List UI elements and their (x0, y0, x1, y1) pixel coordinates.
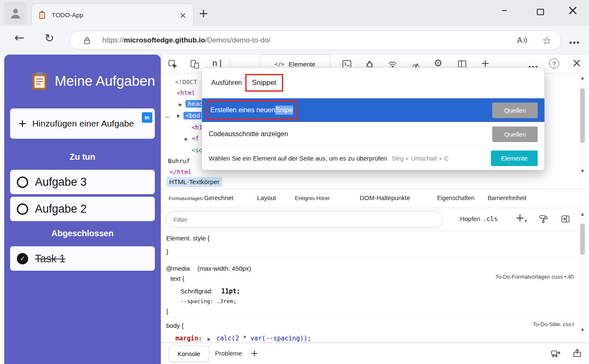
inspect-element-icon[interactable] (168, 59, 178, 69)
page-favicon-icon (38, 11, 46, 19)
drawer-tab-console[interactable]: Konsole (169, 346, 209, 362)
hover-pseudo-toggle[interactable]: :Hopfen (458, 215, 480, 222)
expand-arrow-icon[interactable]: ▶ (179, 102, 182, 107)
rule-selector[interactable]: body { (166, 322, 184, 329)
address-bar[interactable]: https://microsoftedge.github.io/Demos/de… (69, 31, 561, 50)
styles-pane: Element. style { } @media (max-width: 45… (161, 231, 577, 343)
task-checkbox[interactable] (17, 203, 28, 215)
annotation-box: Snippet (245, 74, 283, 92)
open-in-panel-icon[interactable] (561, 214, 570, 224)
scrollbar-thumb[interactable] (580, 88, 585, 143)
completed-task-row[interactable]: ✓ Task 1 (10, 246, 155, 271)
tab-close-icon[interactable]: × (179, 11, 186, 19)
text-node: Buhruf (168, 158, 190, 164)
device-toolbar-icon[interactable] (190, 59, 200, 69)
dom-scrollbar[interactable]: ▲ ▼ (579, 75, 586, 174)
tab-accessibility[interactable]: Barrierefreiheit (488, 195, 526, 201)
tab-dom-breakpoints[interactable]: DOM-Haltepunkte (360, 194, 410, 201)
category-badge-sources[interactable]: Quellen (492, 127, 538, 142)
console-drawer: Konsole Probleme + (161, 343, 589, 364)
element-style-selector[interactable]: Element. style { (166, 235, 210, 242)
scroll-down-icon[interactable]: ▼ (579, 169, 586, 173)
media-keyword: @media (166, 265, 190, 272)
blue-in-badge[interactable]: in (142, 112, 152, 123)
palette-row-show-snippets[interactable]: Codeausschnitte anzeigen Quellen (202, 122, 544, 146)
url-text: https://microsoftedge.github.io/Demos/de… (102, 36, 271, 45)
check-icon: ✓ (20, 256, 25, 262)
paint-format-icon[interactable] (539, 214, 548, 224)
read-aloud-icon[interactable]: A (517, 36, 528, 45)
drawer-tab-issues[interactable]: Probleme (215, 350, 242, 357)
css-property-line[interactable]: Schriftgrad: 11pt; (180, 288, 240, 295)
window-close-button[interactable]: × (567, 3, 578, 17)
command-palette-input[interactable]: Ausführen Snippet (202, 68, 544, 98)
breadcrumb[interactable]: HTML-Textkörper (167, 177, 222, 187)
help-icon[interactable]: ? (549, 58, 559, 69)
task-checkbox-checked[interactable]: ✓ (17, 253, 28, 264)
property-value: calc(2 * var(--spacing)); (216, 335, 311, 342)
elements-tab-label: Elemente (289, 61, 315, 68)
media-query-line[interactable]: @media (max-width: 450px) (166, 265, 251, 272)
doctype-node: <!DOCT (175, 79, 197, 85)
tab-event-listeners[interactable]: Ereignis Hörer (295, 195, 330, 201)
collapse-arrow-icon[interactable]: ▼ (176, 114, 180, 119)
expand-value-icon[interactable]: ▶ (207, 337, 211, 341)
task-row[interactable]: Aufgabe 2 (10, 197, 155, 221)
css-property-line[interactable]: margin: ▶ calc(2 * var(--spacing)); (175, 335, 311, 342)
palette-row-label: Codeausschnitte anzeigen (209, 130, 288, 138)
task-label: Aufgabe 2 (35, 203, 87, 216)
browser-tab[interactable]: TODO-App × (31, 3, 194, 26)
new-style-rule-icon[interactable]: + (515, 212, 525, 223)
dock-icon[interactable] (551, 348, 561, 359)
stylesheet-source-link[interactable]: To-Do-Stile. css:l (533, 321, 574, 327)
scroll-up-icon[interactable]: ▲ (579, 212, 586, 216)
favorites-star-icon[interactable]: ☆ (542, 35, 552, 46)
navigation-bar: ← ↻ https://microsoftedge.github.io/Demo… (0, 26, 589, 55)
tab-layout[interactable]: Layout (257, 194, 276, 201)
tab-properties[interactable]: Eigenschaften (437, 195, 475, 201)
close-devtools-icon[interactable]: × (572, 57, 581, 69)
task-checkbox[interactable] (17, 177, 28, 188)
task-row[interactable]: Aufgabe 3 (10, 170, 155, 194)
caret-down-icon[interactable]: ▾ (525, 219, 527, 223)
css-variable-line[interactable]: --spacing: .3rem; (180, 298, 236, 304)
scrollbar-thumb[interactable] (580, 224, 585, 255)
media-query: (max-width: 450px) (197, 265, 251, 272)
footer-tag: <f (191, 135, 199, 142)
tab-computed[interactable]: Gerechnet (204, 194, 233, 201)
rule-selector[interactable]: text { (170, 275, 184, 282)
category-badge-elements[interactable]: Elemente (491, 150, 538, 166)
url-scheme: https:// (102, 36, 124, 44)
styles-scrollbar[interactable]: ▲ ▼ (579, 211, 586, 333)
add-task-button[interactable]: + Hinzufügen einer Aufgabe in (10, 108, 155, 139)
tab-styles[interactable]: Formatvorlagen (169, 196, 203, 201)
styles-sidebar-tabs: Formatvorlagen Gerechnet Layout Ereignis… (161, 189, 589, 208)
palette-mode-label: Ausführen (211, 79, 242, 87)
cls-toggle[interactable]: .cls (483, 215, 498, 223)
settings-more-icon[interactable]: … (569, 34, 580, 45)
stylesheet-source-link[interactable]: To-Do-Formatvorlagen cuss •.40 (495, 274, 574, 280)
undock-up-icon[interactable] (572, 348, 582, 358)
refresh-icon[interactable]: ↻ (45, 32, 54, 44)
expand-arrow-icon[interactable]: ▶ (185, 137, 188, 141)
body-node-selected[interactable]: <bod (183, 112, 202, 119)
window-minimize-button[interactable]: – (501, 4, 507, 16)
scroll-up-icon[interactable]: ▲ (579, 76, 586, 80)
todo-app-panel: Meine Aufgaben + Hinzufügen einer Aufgab… (4, 55, 161, 364)
plus-icon: + (19, 116, 27, 132)
palette-row-create-snippet[interactable]: Erstellen eines neuen Snipe Quellen (202, 98, 544, 122)
back-icon[interactable]: ← (14, 32, 24, 44)
add-drawer-tab-icon[interactable]: + (250, 348, 258, 358)
profile-button[interactable] (4, 2, 27, 24)
category-badge-sources[interactable]: Quellen (492, 103, 538, 118)
node-menu-icon[interactable]: … (165, 112, 170, 119)
palette-query-text: Snippet (252, 79, 276, 87)
property-name: Schriftgrad: (180, 288, 213, 295)
new-tab-button[interactable]: + (199, 8, 208, 19)
settings-gear-icon[interactable]: ⚙ (434, 58, 443, 68)
window-maximize-button[interactable] (537, 9, 544, 15)
palette-row-inspect-element[interactable]: Wählen Sie ein Element auf der Seite aus… (202, 146, 544, 170)
scroll-down-icon[interactable]: ▼ (579, 328, 586, 332)
filter-input[interactable] (165, 211, 443, 228)
command-palette: Ausführen Snippet Erstellen eines neuen … (202, 67, 545, 170)
